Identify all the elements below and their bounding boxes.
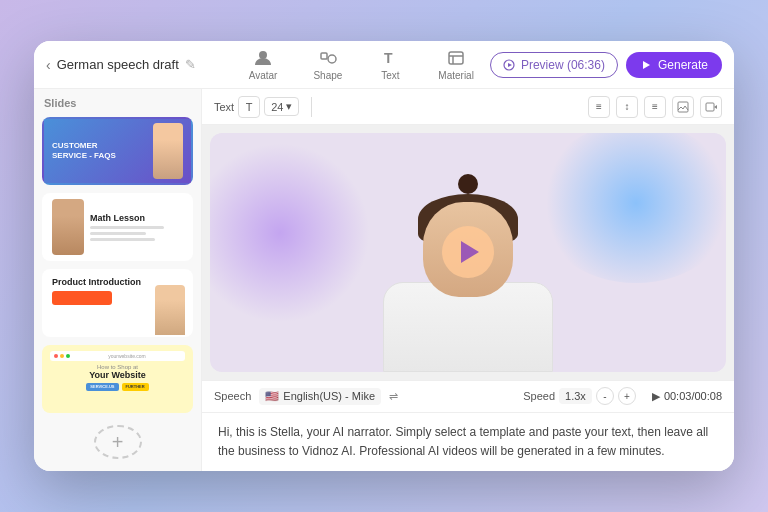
edit-icon[interactable]: ✎ <box>185 57 196 72</box>
font-size-chevron: ▾ <box>286 100 292 113</box>
material-icon <box>444 48 468 68</box>
play-small-icon[interactable]: ▶ <box>652 390 660 403</box>
language-text: English(US) - Mike <box>283 390 375 402</box>
slide-4-dots <box>54 354 70 358</box>
speed-up-button[interactable]: + <box>618 387 636 405</box>
back-button[interactable]: ‹ <box>46 57 51 73</box>
slide-4-title: Your Website <box>89 370 146 381</box>
bg-blob-left <box>210 143 370 323</box>
video-icon <box>705 101 717 113</box>
slides-sidebar: Slides CUSTOMER SERVICE - FAQS Math Less… <box>34 89 202 471</box>
tool-text[interactable]: T Text <box>370 44 410 85</box>
video-area <box>202 125 734 380</box>
text-label: Text <box>214 101 234 113</box>
svg-rect-1 <box>321 53 327 59</box>
slide-4-content: How to Shop at Your Website SERVICE.US F… <box>50 364 185 391</box>
svg-rect-9 <box>706 103 714 111</box>
description-text: Hi, this is Stella, your AI narrator. Si… <box>218 423 718 461</box>
svg-marker-6 <box>508 63 512 67</box>
add-slide-icon: + <box>112 431 124 454</box>
exchange-icon[interactable]: ⇌ <box>389 390 398 403</box>
font-size-value: 24 <box>271 101 283 113</box>
list-btn[interactable]: ≡ <box>644 96 666 118</box>
time-total: 00:08 <box>694 390 722 402</box>
toolbar: ‹ German speech draft ✎ Avatar Shape T <box>34 41 734 89</box>
svg-rect-8 <box>678 102 688 112</box>
tool-shape-label: Shape <box>313 70 342 81</box>
video-btn[interactable] <box>700 96 722 118</box>
tool-avatar-label: Avatar <box>249 70 278 81</box>
time-display: 00:03/00:08 <box>664 390 722 402</box>
toolbar-center: Avatar Shape T Text Material <box>241 44 482 85</box>
slide-item-2[interactable]: Math Lesson <box>42 193 193 261</box>
generate-icon <box>640 59 652 71</box>
toolbar-divider <box>311 97 312 117</box>
speed-down-button[interactable]: - <box>596 387 614 405</box>
slide-4-buttons: SERVICE.US FURTHER <box>86 383 148 391</box>
text-icon: T <box>378 48 402 68</box>
generate-label: Generate <box>658 58 708 72</box>
description-area: Hi, this is Stella, your AI narrator. Si… <box>202 412 734 471</box>
speech-label: Speech <box>214 390 251 402</box>
preview-label: Preview (06:36) <box>521 58 605 72</box>
toolbar-left: ‹ German speech draft ✎ <box>46 57 233 73</box>
main-window: ‹ German speech draft ✎ Avatar Shape T <box>34 41 734 471</box>
play-button[interactable] <box>442 226 494 278</box>
dot-green <box>66 354 70 358</box>
image-btn[interactable] <box>672 96 694 118</box>
slide-item-1[interactable]: CUSTOMER SERVICE - FAQS <box>42 117 193 185</box>
generate-button[interactable]: Generate <box>626 52 722 78</box>
image-icon <box>677 101 689 113</box>
font-icon-btn[interactable]: T <box>238 96 260 118</box>
slide-2-content: Math Lesson <box>90 213 183 241</box>
language-badge[interactable]: 🇺🇸 English(US) - Mike <box>259 388 381 405</box>
slide-1-avatar <box>153 123 183 179</box>
svg-point-0 <box>259 51 267 59</box>
speech-bar: Speech 🇺🇸 English(US) - Mike ⇌ Speed 1.3… <box>202 380 734 412</box>
flag-icon: 🇺🇸 <box>265 390 279 403</box>
tool-shape[interactable]: Shape <box>305 44 350 85</box>
slide-item-3[interactable]: Product Introduction <box>42 269 193 337</box>
slide-4-btn-2: FURTHER <box>122 383 149 391</box>
add-slide-button[interactable]: + <box>94 425 142 459</box>
svg-rect-4 <box>449 52 463 64</box>
font-icon: T <box>246 101 253 113</box>
speed-value: 1.3x <box>559 388 592 404</box>
slide-3-avatar <box>155 285 185 335</box>
svg-marker-7 <box>643 61 650 69</box>
tool-material[interactable]: Material <box>430 44 482 85</box>
editor-toolbar: Text T 24 ▾ ≡ ↕ ≡ <box>202 89 734 125</box>
svg-point-2 <box>328 55 336 63</box>
align-left-btn[interactable]: ↕ <box>616 96 638 118</box>
project-title: German speech draft <box>57 57 179 72</box>
slide-1-title: CUSTOMER SERVICE - FAQS <box>52 141 122 162</box>
font-size-select[interactable]: 24 ▾ <box>264 97 299 116</box>
play-triangle-icon <box>461 241 479 263</box>
preview-button[interactable]: Preview (06:36) <box>490 52 618 78</box>
back-icon: ‹ <box>46 57 51 73</box>
tool-text-label: Text <box>381 70 399 81</box>
toolbar-right: Preview (06:36) Generate <box>490 52 722 78</box>
slide-2-lines <box>90 226 183 241</box>
shape-icon <box>316 48 340 68</box>
slide-4-url: yourwebsite.com <box>73 353 181 359</box>
slide-2-title: Math Lesson <box>90 213 183 223</box>
editor-area: Text T 24 ▾ ≡ ↕ ≡ <box>202 89 734 471</box>
right-format-group: ≡ ↕ ≡ <box>588 96 722 118</box>
speed-label: Speed <box>523 390 555 402</box>
dot-yellow <box>60 354 64 358</box>
slide-4-btn-1: SERVICE.US <box>86 383 118 391</box>
slide-item-4[interactable]: yourwebsite.com How to Shop at Your Webs… <box>42 345 193 413</box>
align-center-btn[interactable]: ≡ <box>588 96 610 118</box>
svg-text:T: T <box>384 50 393 66</box>
content: Slides CUSTOMER SERVICE - FAQS Math Less… <box>34 89 734 471</box>
avatar-icon <box>251 48 275 68</box>
time-group: ▶ 00:03/00:08 <box>652 390 722 403</box>
preview-play-icon <box>503 59 515 71</box>
tool-material-label: Material <box>438 70 474 81</box>
tool-avatar[interactable]: Avatar <box>241 44 286 85</box>
slide-2-avatar <box>52 199 84 255</box>
slides-title: Slides <box>42 97 193 109</box>
time-current: 00:03 <box>664 390 692 402</box>
slide-3-bar <box>52 291 112 305</box>
